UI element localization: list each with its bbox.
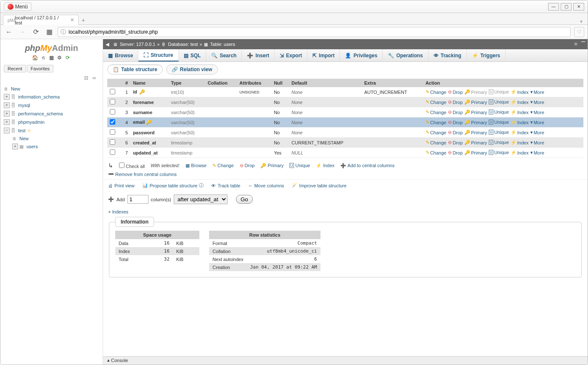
batch-remove-central[interactable]: ➖Remove from central columns [108, 171, 177, 177]
browser-tab-active[interactable]: pMA localhost / 127.0.0.1 / test ✕ [3, 15, 79, 25]
bookmark-heart-button[interactable]: ♡ [574, 27, 584, 37]
tab-import[interactable]: ⇱Import [307, 49, 340, 61]
reload-button[interactable]: ⟳ [31, 27, 41, 37]
page-settings-icon[interactable]: ✳ [574, 41, 578, 47]
action-more[interactable]: ▾More [530, 150, 544, 155]
action-drop[interactable]: ⊖Drop [448, 109, 463, 115]
action-primary[interactable]: 🔑Primary [464, 99, 487, 105]
action-more[interactable]: ▾More [530, 89, 544, 95]
action-primary[interactable]: 🔑Primary [464, 150, 487, 155]
action-more[interactable]: ▾More [530, 140, 544, 145]
action-unique[interactable]: 🅄Unique [489, 99, 509, 104]
batch-browse[interactable]: ▦Browse [185, 163, 207, 168]
action-unique[interactable]: 🅄Unique [489, 140, 509, 145]
tree-new[interactable]: 🗎 New [4, 85, 99, 93]
action-change[interactable]: ✎Change [426, 130, 447, 135]
move-columns[interactable]: ↔Move columns [248, 182, 284, 189]
new-tab-button[interactable]: + [79, 16, 88, 24]
action-unique[interactable]: 🅄Unique [489, 150, 509, 155]
action-change[interactable]: ✎Change [426, 99, 447, 105]
batch-unique[interactable]: 🅄Unique [289, 163, 310, 168]
indexes-toggle[interactable]: + Indexes [103, 208, 588, 216]
track-table[interactable]: 👁Track table [211, 182, 240, 189]
tab-operations[interactable]: 🔧Operations [383, 49, 428, 61]
action-unique[interactable]: 🅄Unique [489, 89, 509, 94]
panel-collapse-icon[interactable]: ◀ [106, 42, 111, 47]
action-index[interactable]: ⚡Index [511, 150, 529, 155]
action-more[interactable]: ▾More [530, 130, 544, 135]
sql-icon[interactable]: ▦ [48, 55, 55, 61]
action-more[interactable]: ▾More [530, 109, 544, 115]
back-button[interactable]: ← [4, 27, 14, 37]
logout-icon[interactable]: ⎋ [40, 55, 47, 61]
tab-triggers[interactable]: ⚡Triggers [467, 49, 506, 61]
tab-structure[interactable]: ⛶Structure [138, 49, 178, 61]
action-index[interactable]: ⚡Index [511, 89, 529, 95]
bc-database[interactable]: Database: test [168, 42, 198, 47]
favorites-button[interactable]: Favorites [27, 65, 53, 72]
home-icon[interactable]: 🏠 [32, 55, 39, 61]
row-checkbox[interactable] [110, 129, 115, 135]
gear-icon[interactable]: ⚙ [56, 55, 63, 61]
row-checkbox[interactable] [110, 109, 115, 115]
action-change[interactable]: ✎Change [426, 150, 447, 155]
tab-browse[interactable]: ▦Browse [103, 49, 138, 61]
tab-search[interactable]: 🔍Search [206, 49, 242, 61]
recent-button[interactable]: Recent [4, 65, 26, 72]
tree-db-performance-schema[interactable]: +🗄performance_schema [4, 109, 99, 118]
add-position-select[interactable]: after updated_at [174, 194, 228, 204]
action-drop[interactable]: ⊖Drop [448, 120, 463, 125]
action-index[interactable]: ⚡Index [511, 140, 529, 145]
action-drop[interactable]: ⊖Drop [448, 140, 463, 145]
action-primary[interactable]: 🔑Primary [464, 89, 487, 95]
action-unique[interactable]: 🅄Unique [489, 120, 509, 125]
row-checkbox[interactable] [110, 149, 115, 155]
collapse-icon[interactable]: − [4, 128, 10, 133]
reload-icon[interactable]: ⟳ [64, 55, 71, 61]
tree-table-users[interactable]: +▦users [4, 142, 99, 151]
improve-structure[interactable]: 🪄Improve table structure [291, 182, 347, 189]
bc-server[interactable]: Server: 127.0.0.1 [120, 42, 155, 47]
action-unique[interactable]: 🅄Unique [489, 109, 509, 115]
bc-table[interactable]: Table: users [210, 42, 235, 47]
action-primary[interactable]: 🔑Primary [464, 109, 487, 115]
pma-logo[interactable]: phpMyAdmin [4, 43, 99, 53]
help-icon[interactable]: ⓘ [199, 182, 204, 189]
row-checkbox[interactable] [110, 99, 115, 104]
tree-db-phpmyadmin[interactable]: +🗄phpmyadmin [4, 118, 99, 126]
batch-index[interactable]: ⚡Index [316, 163, 334, 168]
batch-primary[interactable]: 🔑Primary [260, 163, 283, 168]
expand-icon[interactable]: + [4, 102, 10, 108]
expand-icon[interactable]: + [4, 94, 10, 100]
row-checkbox[interactable] [110, 119, 115, 125]
action-change[interactable]: ✎Change [426, 109, 447, 115]
row-checkbox[interactable] [110, 139, 115, 145]
action-change[interactable]: ✎Change [426, 89, 447, 95]
action-change[interactable]: ✎Change [426, 140, 447, 145]
action-index[interactable]: ⚡Index [511, 120, 529, 125]
action-unique[interactable]: 🅄Unique [489, 130, 509, 135]
batch-change[interactable]: ✎Change [212, 163, 234, 168]
tree-db-information-schema[interactable]: +🗄information_schema [4, 93, 99, 101]
action-more[interactable]: ▾More [530, 99, 544, 105]
close-window-button[interactable]: ✕ [573, 3, 584, 11]
console-toggle[interactable]: ▴Console [107, 357, 128, 363]
tab-sql[interactable]: ▤SQL [179, 49, 207, 61]
action-primary[interactable]: 🔑Primary [464, 130, 487, 135]
url-field[interactable]: ⓘ [58, 27, 571, 37]
add-count-input[interactable] [127, 195, 148, 204]
collapse-sidebar-icon[interactable]: ⊟ [83, 75, 90, 82]
console-bar[interactable]: ▴Console [103, 356, 588, 365]
maximize-button[interactable]: ▢ [561, 3, 572, 11]
propose-structure[interactable]: 📊Propose table structure ⓘ [142, 182, 204, 189]
check-all-checkbox[interactable] [119, 163, 124, 168]
opera-menu-button[interactable]: Menü [4, 3, 32, 11]
action-primary[interactable]: 🔑Primary [464, 120, 487, 125]
tab-insert[interactable]: ➕Insert [242, 49, 275, 61]
tab-menu-icon[interactable]: ▾ [580, 19, 585, 24]
tree-db-test-new[interactable]: 🗎New [4, 135, 99, 142]
tab-export[interactable]: ⇲Export [275, 49, 307, 61]
action-change[interactable]: ✎Change [426, 120, 447, 125]
tab-tracking[interactable]: 👁Tracking [429, 49, 467, 61]
expand-icon[interactable]: + [12, 144, 18, 149]
